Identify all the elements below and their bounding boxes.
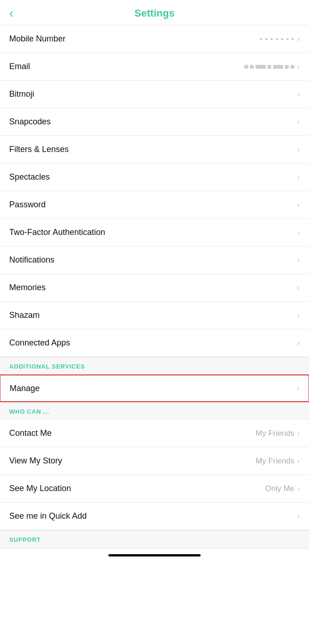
settings-item-bitmoji[interactable]: Bitmoji › (0, 81, 309, 108)
email-right: › (244, 62, 300, 71)
email-chevron: › (297, 62, 300, 71)
snapcodes-chevron: › (297, 117, 300, 127)
view-my-story-chevron: › (297, 457, 300, 466)
filters-lenses-right: › (297, 145, 300, 154)
connected-apps-right: › (297, 339, 300, 348)
shazam-chevron: › (297, 311, 300, 320)
password-chevron: › (297, 200, 300, 210)
mobile-number-value: • • • • • • • (260, 35, 295, 43)
password-right: › (297, 200, 300, 210)
section-header-support: SUPPORT (0, 530, 309, 549)
filters-lenses-chevron: › (297, 145, 300, 154)
settings-item-manage[interactable]: Manage › (0, 375, 309, 402)
mobile-number-label: Mobile Number (9, 34, 65, 44)
contact-me-chevron: › (297, 429, 300, 438)
settings-item-contact-me[interactable]: Contact Me My Friends › (0, 420, 309, 447)
two-factor-right: › (297, 228, 300, 237)
filters-lenses-label: Filters & Lenses (9, 145, 69, 154)
memories-chevron: › (297, 283, 300, 293)
settings-item-see-me-quick-add[interactable]: See me in Quick Add › (0, 503, 309, 530)
settings-item-notifications[interactable]: Notifications › (0, 246, 309, 274)
settings-item-two-factor[interactable]: Two-Factor Authentication › (0, 219, 309, 246)
section-who-can-label: WHO CAN ... (9, 408, 49, 415)
snapcodes-right: › (297, 117, 300, 127)
bitmoji-right: › (297, 90, 300, 99)
settings-item-memories[interactable]: Memories › (0, 274, 309, 302)
section-additional-label: ADDITIONAL SERVICES (9, 363, 85, 370)
notifications-right: › (297, 256, 300, 265)
settings-item-snapcodes[interactable]: Snapcodes › (0, 108, 309, 136)
settings-item-shazam[interactable]: Shazam › (0, 302, 309, 329)
memories-label: Memories (9, 283, 46, 293)
see-my-location-value: Only Me (265, 484, 294, 493)
see-my-location-right: Only Me › (265, 484, 300, 493)
email-masked-value (244, 65, 294, 69)
see-me-quick-add-chevron: › (297, 512, 300, 521)
shazam-label: Shazam (9, 310, 40, 320)
contact-me-value: My Friends (256, 429, 294, 438)
see-my-location-chevron: › (297, 484, 300, 493)
settings-item-connected-apps[interactable]: Connected Apps › (0, 329, 309, 357)
home-indicator (108, 554, 201, 556)
see-me-quick-add-label: See me in Quick Add (9, 511, 87, 521)
spectacles-chevron: › (297, 173, 300, 182)
contact-me-right: My Friends › (256, 429, 300, 438)
connected-apps-chevron: › (297, 339, 300, 348)
shazam-right: › (297, 311, 300, 320)
see-me-quick-add-right: › (297, 512, 300, 521)
manage-label: Manage (10, 384, 40, 393)
page-title: Settings (135, 7, 175, 19)
settings-list: Mobile Number • • • • • • • › Email › Bi… (0, 25, 309, 549)
contact-me-label: Contact Me (9, 428, 52, 438)
manage-right: › (297, 384, 299, 393)
mobile-number-right: • • • • • • • › (260, 35, 300, 44)
spectacles-right: › (297, 173, 300, 182)
view-my-story-right: My Friends › (256, 457, 300, 466)
view-my-story-label: View My Story (9, 456, 62, 466)
back-button[interactable]: ‹ (9, 6, 13, 21)
settings-header: ‹ Settings (0, 0, 309, 25)
notifications-chevron: › (297, 256, 300, 265)
two-factor-chevron: › (297, 228, 300, 237)
password-label: Password (9, 200, 46, 210)
two-factor-label: Two-Factor Authentication (9, 228, 105, 237)
section-header-who-can: WHO CAN ... (0, 402, 309, 420)
settings-item-mobile-number[interactable]: Mobile Number • • • • • • • › (0, 25, 309, 53)
manage-chevron: › (297, 384, 299, 393)
settings-item-spectacles[interactable]: Spectacles › (0, 164, 309, 191)
settings-item-password[interactable]: Password › (0, 191, 309, 219)
connected-apps-label: Connected Apps (9, 338, 70, 348)
bitmoji-chevron: › (297, 90, 300, 99)
mobile-number-chevron: › (297, 35, 300, 44)
see-my-location-label: See My Location (9, 484, 71, 493)
view-my-story-value: My Friends (256, 457, 294, 466)
settings-item-see-my-location[interactable]: See My Location Only Me › (0, 475, 309, 503)
notifications-label: Notifications (9, 255, 54, 265)
settings-item-email[interactable]: Email › (0, 53, 309, 81)
settings-item-view-my-story[interactable]: View My Story My Friends › (0, 447, 309, 475)
email-label: Email (9, 62, 30, 71)
spectacles-label: Spectacles (9, 172, 50, 182)
memories-right: › (297, 283, 300, 293)
bitmoji-label: Bitmoji (9, 89, 34, 99)
section-support-label: SUPPORT (9, 536, 41, 543)
snapcodes-label: Snapcodes (9, 117, 51, 127)
section-header-additional-services: ADDITIONAL SERVICES (0, 357, 309, 375)
settings-item-filters-lenses[interactable]: Filters & Lenses › (0, 136, 309, 164)
